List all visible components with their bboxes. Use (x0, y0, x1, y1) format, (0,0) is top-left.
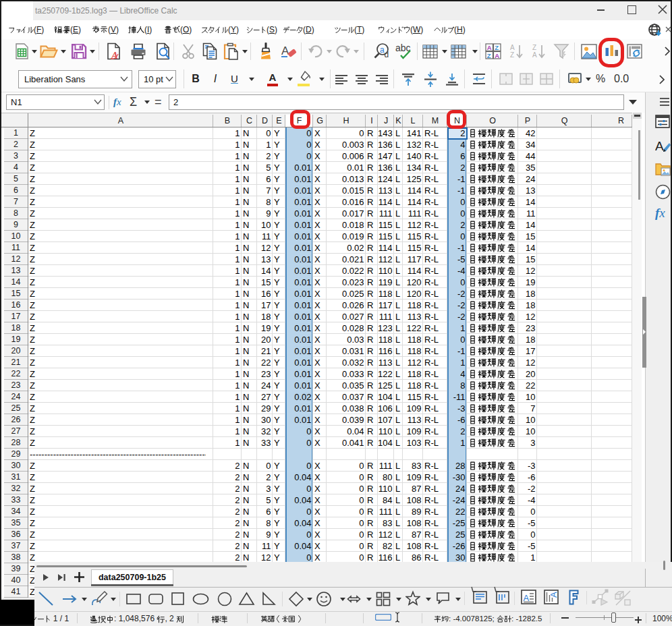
svg-text:A: A (281, 45, 289, 57)
svg-text:A: A (655, 139, 664, 153)
svg-text:Z: Z (532, 44, 536, 51)
svg-text:A: A (549, 592, 559, 598)
svg-text:Z: Z (510, 51, 514, 59)
svg-text:A: A (524, 593, 530, 603)
svg-text:A: A (532, 51, 537, 59)
svg-text:Z: Z (495, 44, 499, 51)
svg-text:Z: Z (487, 52, 491, 59)
svg-text:A: A (487, 44, 492, 51)
svg-text:d: d (385, 50, 389, 59)
svg-text:A: A (495, 52, 499, 59)
svg-text:A: A (510, 44, 515, 51)
